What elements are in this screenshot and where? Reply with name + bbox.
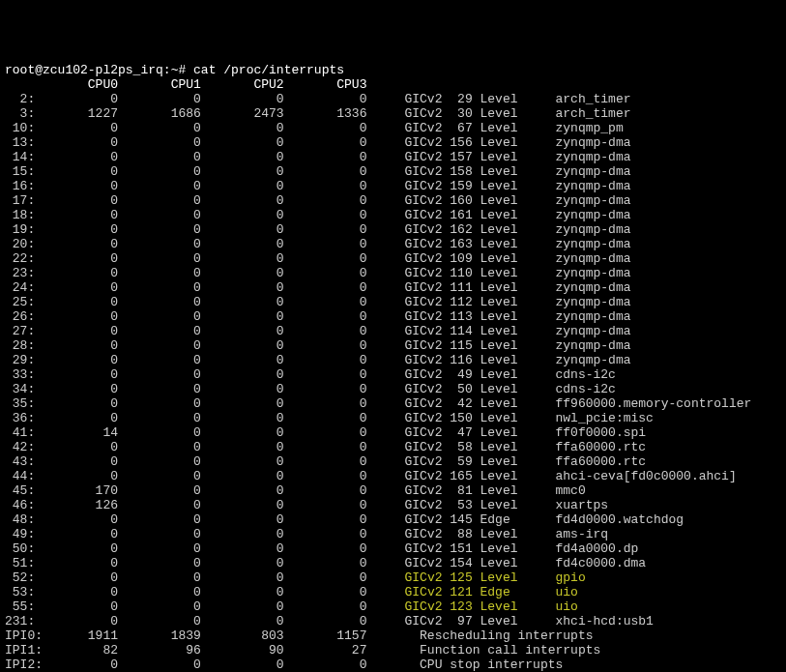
irq-row: 34: 0 0 0 0 GICv2 50 Level cdns-i2c bbox=[5, 382, 616, 396]
irq-row: 51: 0 0 0 0 GICv2 154 Level fd4c0000.dma bbox=[5, 556, 646, 570]
irq-row: 19: 0 0 0 0 GICv2 162 Level zynqmp-dma bbox=[5, 222, 631, 237]
irq-row: 13: 0 0 0 0 GICv2 156 Level zynqmp-dma bbox=[5, 135, 631, 150]
ipi-row: IPI2: 0 0 0 0 CPU stop interrupts bbox=[5, 657, 563, 672]
highlighted-irq: GICv2 123 Level uio bbox=[366, 599, 577, 614]
irq-row: 49: 0 0 0 0 GICv2 88 Level ams-irq bbox=[5, 527, 608, 541]
irq-row: 53: 0 0 0 0 GICv2 121 Edge uio bbox=[5, 585, 578, 599]
irq-row: 44: 0 0 0 0 GICv2 165 Level ahci-ceva[fd… bbox=[5, 469, 737, 483]
irq-row: 36: 0 0 0 0 GICv2 150 Level nwl_pcie:mis… bbox=[5, 411, 654, 425]
irq-row: 55: 0 0 0 0 GICv2 123 Level uio bbox=[5, 599, 578, 614]
header-row: CPU0 CPU1 CPU2 CPU3 bbox=[5, 77, 366, 92]
irq-row: 45: 170 0 0 0 GICv2 81 Level mmc0 bbox=[5, 483, 586, 498]
irq-row: 35: 0 0 0 0 GICv2 42 Level ff960000.memo… bbox=[5, 396, 751, 411]
irq-row: 50: 0 0 0 0 GICv2 151 Level fd4a0000.dp bbox=[5, 541, 638, 556]
irq-row: 26: 0 0 0 0 GICv2 113 Level zynqmp-dma bbox=[5, 309, 631, 324]
ipi-row: IPI1: 82 96 90 27 Function call interrup… bbox=[5, 643, 600, 657]
prompt-line: root@zcu102-pl2ps_irq:~# cat /proc/inter… bbox=[5, 63, 344, 77]
irq-row: 46: 126 0 0 0 GICv2 53 Level xuartps bbox=[5, 498, 608, 512]
irq-row: 231: 0 0 0 0 GICv2 97 Level xhci-hcd:usb… bbox=[5, 614, 654, 628]
irq-row: 10: 0 0 0 0 GICv2 67 Level zynqmp_pm bbox=[5, 121, 624, 135]
irq-row: 42: 0 0 0 0 GICv2 58 Level ffa60000.rtc bbox=[5, 440, 646, 454]
irq-row: 3: 1227 1686 2473 1336 GICv2 30 Level ar… bbox=[5, 106, 631, 121]
irq-row: 23: 0 0 0 0 GICv2 110 Level zynqmp-dma bbox=[5, 266, 631, 280]
irq-row: 41: 14 0 0 0 GICv2 47 Level ff0f0000.spi bbox=[5, 425, 646, 440]
irq-row: 48: 0 0 0 0 GICv2 145 Edge fd4d0000.watc… bbox=[5, 512, 684, 527]
highlighted-irq: GICv2 125 Level gpio bbox=[366, 570, 585, 585]
irq-row: 25: 0 0 0 0 GICv2 112 Level zynqmp-dma bbox=[5, 295, 631, 309]
irq-row: 43: 0 0 0 0 GICv2 59 Level ffa60000.rtc bbox=[5, 454, 646, 469]
irq-row: 29: 0 0 0 0 GICv2 116 Level zynqmp-dma bbox=[5, 353, 631, 367]
ipi-row: IPI0: 1911 1839 803 1157 Rescheduling in… bbox=[5, 628, 594, 643]
irq-row: 33: 0 0 0 0 GICv2 49 Level cdns-i2c bbox=[5, 367, 616, 382]
irq-row: 16: 0 0 0 0 GICv2 159 Level zynqmp-dma bbox=[5, 179, 631, 193]
irq-row: 17: 0 0 0 0 GICv2 160 Level zynqmp-dma bbox=[5, 193, 631, 208]
irq-row: 27: 0 0 0 0 GICv2 114 Level zynqmp-dma bbox=[5, 324, 631, 338]
irq-row: 52: 0 0 0 0 GICv2 125 Level gpio bbox=[5, 570, 586, 585]
irq-row: 15: 0 0 0 0 GICv2 158 Level zynqmp-dma bbox=[5, 164, 631, 179]
irq-row: 20: 0 0 0 0 GICv2 163 Level zynqmp-dma bbox=[5, 237, 631, 251]
irq-row: 22: 0 0 0 0 GICv2 109 Level zynqmp-dma bbox=[5, 251, 631, 266]
irq-row: 28: 0 0 0 0 GICv2 115 Level zynqmp-dma bbox=[5, 338, 631, 353]
highlighted-irq: GICv2 121 Edge uio bbox=[366, 585, 577, 599]
irq-row: 14: 0 0 0 0 GICv2 157 Level zynqmp-dma bbox=[5, 150, 631, 164]
irq-row: 24: 0 0 0 0 GICv2 111 Level zynqmp-dma bbox=[5, 280, 631, 295]
irq-row: 2: 0 0 0 0 GICv2 29 Level arch_timer bbox=[5, 92, 631, 106]
terminal-output: root@zcu102-pl2ps_irq:~# cat /proc/inter… bbox=[5, 63, 781, 672]
irq-row: 18: 0 0 0 0 GICv2 161 Level zynqmp-dma bbox=[5, 208, 631, 222]
